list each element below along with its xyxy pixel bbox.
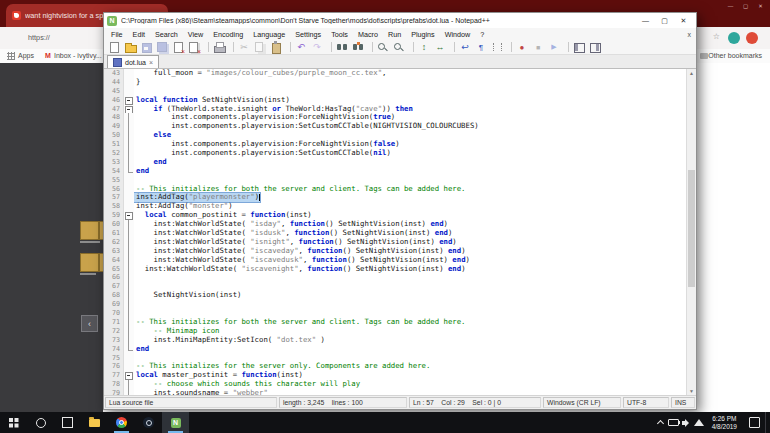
- close-tab-button[interactable]: ×: [149, 59, 153, 66]
- code-line[interactable]: 43 full_moon = "images/colour_cubes/purp…: [104, 69, 696, 78]
- menu-window[interactable]: Window: [440, 30, 476, 39]
- other-bookmarks-button[interactable]: Other bookmarks: [708, 52, 762, 59]
- macro-play-icon[interactable]: [547, 41, 561, 54]
- code-text: [134, 273, 136, 282]
- menu-help[interactable]: ?: [475, 30, 489, 39]
- sidebar-thumbnail[interactable]: [80, 253, 99, 272]
- apps-grid-icon[interactable]: [7, 52, 15, 60]
- fold-marker[interactable]: [124, 96, 134, 105]
- close-all-icon[interactable]: [187, 41, 201, 54]
- taskbar-notepad-plus-plus-button[interactable]: [162, 412, 189, 433]
- code-line[interactable]: 54end: [104, 167, 696, 176]
- tab-dot-lua[interactable]: dot.lua ×: [107, 55, 159, 68]
- menu-settings[interactable]: Settings: [290, 30, 326, 39]
- taskbar-search-button[interactable]: [27, 412, 54, 433]
- collapse-chevron-icon[interactable]: [81, 315, 98, 332]
- tray-hidden-icons-button[interactable]: [654, 412, 667, 433]
- npp-close-button[interactable]: ✕: [674, 14, 693, 27]
- code-line[interactable]: 49 inst.components.playervision:SetCusto…: [104, 122, 696, 131]
- taskbar-file-explorer-button[interactable]: [81, 412, 108, 433]
- fold-marker[interactable]: [124, 105, 134, 114]
- new-file-icon[interactable]: [107, 41, 121, 54]
- menu-edit[interactable]: Edit: [128, 30, 150, 39]
- menu-tools[interactable]: Tools: [326, 30, 353, 39]
- save-all-icon[interactable]: [155, 41, 169, 54]
- action-center-button[interactable]: [743, 412, 765, 433]
- npp-minimize-button[interactable]: —: [636, 14, 655, 27]
- npp-maximize-button[interactable]: ▢: [655, 14, 674, 27]
- zoom-out-icon[interactable]: [392, 41, 406, 54]
- code-line[interactable]: 79 inst.soundsname = "webber": [104, 389, 696, 395]
- browser-close-button[interactable]: ✕: [753, 1, 768, 10]
- zoom-in-icon[interactable]: [376, 41, 390, 54]
- title-bar[interactable]: C:\Program Files (x86)\Steam\steamapps\c…: [104, 13, 696, 28]
- redo-icon[interactable]: [310, 41, 324, 54]
- browser-minimize-button[interactable]: —: [723, 1, 738, 10]
- open-folder-icon[interactable]: [123, 41, 137, 54]
- browser-maximize-button[interactable]: ▢: [738, 1, 753, 10]
- code-token: "webber": [233, 388, 268, 395]
- code-token: SetNightVision(inst): [136, 290, 241, 299]
- undo-icon[interactable]: [294, 41, 308, 54]
- bookmark-apps[interactable]: Apps: [18, 52, 34, 59]
- taskbar-clock[interactable]: 6:26 PM 4/8/2019: [706, 415, 743, 430]
- close-icon[interactable]: [171, 41, 185, 54]
- code-line[interactable]: 65 inst:WatchWorldState( "iscavenight", …: [104, 265, 696, 274]
- network-icon: [694, 419, 704, 426]
- tray-battery-button[interactable]: [667, 412, 680, 433]
- editor-vscrollbar[interactable]: [686, 69, 696, 395]
- fold-marker[interactable]: [124, 371, 134, 380]
- scrollbar-thumb[interactable]: [688, 170, 695, 287]
- address-bar-url[interactable]: https://: [28, 33, 50, 42]
- copy-icon[interactable]: [253, 41, 267, 54]
- tray-speaker-button[interactable]: [680, 412, 693, 433]
- code-line[interactable]: 74end: [104, 345, 696, 354]
- menu-encoding[interactable]: Encoding: [208, 30, 248, 39]
- menu-language[interactable]: Language: [248, 30, 290, 39]
- menu-search[interactable]: Search: [150, 30, 183, 39]
- code-line[interactable]: 68 SetNightVision(inst): [104, 291, 696, 300]
- menu-file[interactable]: File: [106, 30, 128, 39]
- bookmark-inbox[interactable]: Inbox - ivytivy...: [54, 52, 102, 59]
- menu-bar-close-button[interactable]: x: [688, 31, 692, 38]
- print-icon[interactable]: [212, 41, 226, 54]
- code-line[interactable]: 44}: [104, 78, 696, 87]
- bookmark-star-icon[interactable]: ☆: [713, 32, 720, 41]
- editor[interactable]: 43 full_moon = "images/colour_cubes/purp…: [104, 69, 696, 395]
- profile-avatar-red[interactable]: [746, 32, 758, 44]
- sync-h-icon[interactable]: [433, 41, 447, 54]
- cut-icon[interactable]: [237, 41, 251, 54]
- show-all-chars-icon[interactable]: [474, 41, 488, 54]
- menu-plugins[interactable]: Plugins: [406, 30, 440, 39]
- taskbar-task-view-button[interactable]: [54, 412, 81, 433]
- code-line[interactable]: 73 inst.MiniMapEntity:SetIcon( "dot.tex"…: [104, 336, 696, 345]
- code-line[interactable]: 52 inst.components.playervision:SetCusto…: [104, 149, 696, 158]
- replace-icon[interactable]: [351, 41, 365, 54]
- paste-icon[interactable]: [269, 41, 283, 54]
- indent-guide-icon[interactable]: [490, 41, 504, 54]
- save-icon[interactable]: [139, 41, 153, 54]
- show-desktop-button[interactable]: [765, 412, 770, 433]
- profile-avatar-teal[interactable]: [728, 32, 740, 44]
- macro-record-icon[interactable]: [515, 41, 529, 54]
- sync-v-icon[interactable]: [417, 41, 431, 54]
- taskbar-start-button[interactable]: [0, 412, 27, 433]
- code-line[interactable]: 53 end: [104, 158, 696, 167]
- line-number: 75: [104, 354, 124, 363]
- code-line[interactable]: 69: [104, 300, 696, 309]
- doc-map-icon[interactable]: [588, 41, 602, 54]
- tray-network-button[interactable]: [693, 412, 706, 433]
- menu-view[interactable]: View: [183, 30, 208, 39]
- function-list-icon[interactable]: [572, 41, 586, 54]
- taskbar-steam-button[interactable]: [135, 412, 162, 433]
- sidebar-thumbnail[interactable]: [80, 221, 99, 240]
- taskbar-chrome-button[interactable]: [108, 412, 135, 433]
- fold-marker[interactable]: [124, 211, 134, 220]
- line-number: 71: [104, 318, 124, 327]
- word-wrap-icon[interactable]: [458, 41, 472, 54]
- code-line[interactable]: 66: [104, 273, 696, 282]
- menu-macro[interactable]: Macro: [353, 30, 383, 39]
- menu-run[interactable]: Run: [383, 30, 406, 39]
- find-icon[interactable]: [335, 41, 349, 54]
- macro-stop-icon[interactable]: [531, 41, 545, 54]
